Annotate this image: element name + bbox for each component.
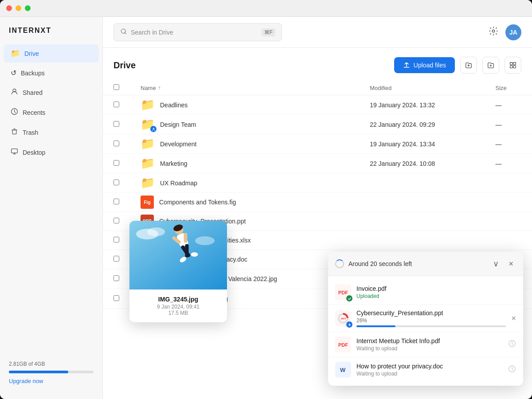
sort-arrow-icon[interactable]: ↑ (158, 85, 161, 91)
drive-title: Drive (113, 60, 389, 70)
sidebar-item-trash[interactable]: Trash (4, 123, 99, 141)
new-folder-button[interactable] (482, 57, 499, 74)
minimize-button[interactable] (16, 5, 21, 11)
modified-date (359, 193, 485, 212)
sidebar-item-label-trash: Trash (23, 129, 38, 136)
row-checkbox[interactable] (113, 237, 119, 243)
header-checkbox-col (103, 81, 130, 95)
svg-text:PDF: PDF (338, 342, 348, 348)
sidebar-item-label-recents: Recents (23, 109, 45, 116)
upload-item: PDF Internxt Meetup Ticket Info.pdf Wait… (328, 332, 523, 357)
file-name: Development (160, 141, 197, 148)
svg-point-5 (492, 30, 495, 32)
row-checkbox[interactable] (113, 199, 119, 204)
folder-icon: 📁 (141, 176, 155, 190)
svg-text:W: W (340, 367, 346, 373)
upload-item-name: How to protect your privacy.doc (356, 363, 503, 370)
upload-files-button[interactable]: Upload files (394, 57, 455, 73)
file-name: Deadlines (160, 102, 188, 109)
sidebar-item-label-desktop: Desktop (23, 149, 45, 156)
upload-folder-button[interactable] (460, 57, 477, 74)
file-size: — (485, 95, 532, 115)
wait-icon (508, 340, 516, 349)
name-col-label: Name (141, 85, 156, 91)
modified-date: 19 January 2024. 13:34 (359, 134, 485, 154)
svg-rect-9 (513, 66, 516, 68)
svg-point-18 (147, 227, 165, 236)
progress-bar-container (356, 325, 506, 327)
cancel-upload-button[interactable]: × (511, 314, 516, 323)
row-checkbox[interactable] (113, 141, 119, 146)
file-size (485, 212, 532, 231)
sidebar-item-label-drive: Drive (24, 50, 39, 57)
upload-spinner (335, 259, 344, 268)
settings-icon[interactable] (489, 26, 498, 38)
table-row[interactable]: Fig Components and Tokens.fig (103, 193, 532, 212)
upload-status-text: Around 20 seconds left (348, 260, 486, 267)
header-size-col: Size (485, 81, 532, 95)
search-placeholder: Search in Drive (131, 29, 258, 36)
sidebar-item-desktop[interactable]: Desktop (4, 143, 99, 161)
search-shortcut: ⌘F (262, 28, 275, 36)
size-col-label: Size (496, 85, 507, 91)
table-row[interactable]: 📁 Deadlines 19 January 2024. 13:32 — (103, 95, 532, 115)
desktop-icon (11, 148, 18, 157)
svg-rect-2 (12, 130, 16, 134)
row-checkbox[interactable] (113, 295, 119, 301)
upload-item-status: Uploaded (356, 293, 516, 299)
sidebar-item-shared[interactable]: Shared (4, 83, 99, 102)
upload-item: PPT Cybersecurity_Presentation.ppt (328, 305, 523, 332)
modified-date (359, 212, 485, 231)
sidebar-item-recents[interactable]: Recents (4, 103, 99, 121)
table-row[interactable]: 📁 Design Team (103, 115, 532, 134)
table-row[interactable]: 📁 Development 19 January 2024. 13:34 — (103, 134, 532, 154)
modified-col-label: Modified (370, 85, 391, 91)
table-row[interactable]: 📁 Marketing 22 January 2024. 10:08 — (103, 154, 532, 173)
collapse-panel-button[interactable]: ∨ (490, 258, 501, 270)
close-button[interactable] (6, 5, 12, 11)
select-all-checkbox[interactable] (113, 84, 119, 90)
file-name: Design Team (160, 121, 196, 128)
modified-date (359, 173, 485, 193)
svg-rect-24 (185, 244, 188, 257)
row-checkbox[interactable] (113, 180, 119, 185)
upload-item-info: Cybersecurity_Presentation.ppt 26% (356, 309, 506, 327)
table-row[interactable]: 📁 UX Roadmap (103, 173, 532, 193)
backups-icon: ↺ (11, 69, 16, 77)
upgrade-link[interactable]: Upgrade now (9, 378, 43, 384)
file-size: — (485, 154, 532, 173)
drive-header: Drive Upload files (103, 48, 532, 81)
row-checkbox[interactable] (113, 160, 119, 166)
svg-rect-7 (513, 63, 516, 65)
avatar[interactable]: JA (505, 24, 521, 40)
folder-icon: 📁 (141, 156, 155, 170)
folder-icon: 📁 (141, 98, 155, 112)
row-checkbox[interactable] (113, 275, 119, 281)
search-box[interactable]: Search in Drive ⌘F (113, 23, 282, 41)
row-checkbox[interactable] (113, 218, 119, 223)
wait-icon (508, 365, 516, 375)
storage-bar-bg (9, 371, 94, 373)
storage-bar-fill (9, 371, 68, 373)
row-checkbox[interactable] (113, 102, 119, 107)
preview-body: IMG_3245.jpg 9 Jan 2024, 09:41 17.5 MB (129, 289, 227, 322)
storage-label: 2.81GB of 4GB (9, 361, 94, 367)
upload-items: PDF Invoice.pdf Uploaded (328, 276, 523, 386)
preview-size: 17.5 MB (137, 310, 220, 316)
maximize-button[interactable] (25, 5, 31, 11)
svg-text:PDF: PDF (338, 290, 348, 295)
drive-area: Drive Upload files (103, 48, 532, 399)
modified-date: 22 January 2024. 10:08 (359, 154, 485, 173)
grid-view-button[interactable] (505, 57, 521, 74)
file-size: — (485, 115, 532, 134)
row-checkbox[interactable] (113, 256, 119, 262)
modified-date: 19 January 2024. 13:32 (359, 95, 485, 115)
row-checkbox[interactable] (113, 121, 119, 127)
upload-files-label: Upload files (414, 62, 446, 69)
sidebar-item-label-shared: Shared (23, 89, 43, 96)
shared-badge (150, 126, 156, 132)
close-panel-button[interactable]: × (506, 258, 516, 270)
download-badge (346, 321, 352, 328)
sidebar-item-drive[interactable]: 📁 Drive (4, 44, 99, 63)
sidebar-item-backups[interactable]: ↺ Backups (4, 64, 99, 82)
